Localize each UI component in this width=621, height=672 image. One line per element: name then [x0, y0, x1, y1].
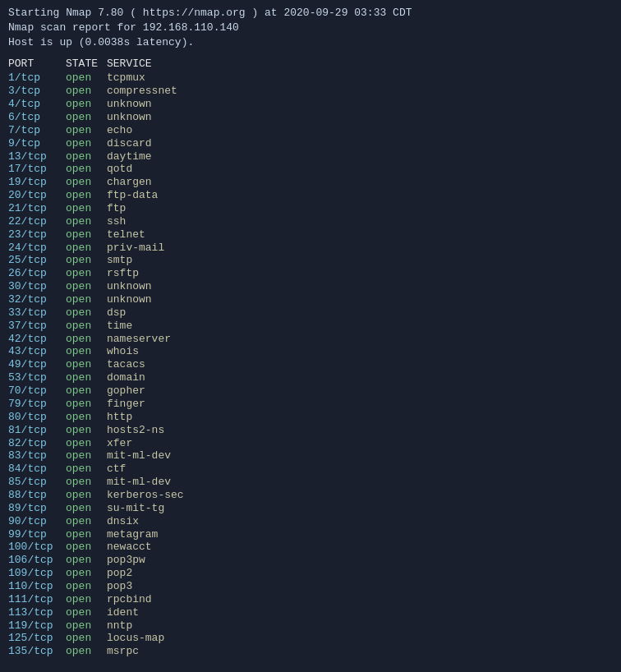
table-row: 20/tcpopenftp-data	[8, 189, 613, 202]
table-row: 113/tcpopenident	[8, 606, 613, 619]
table-row: 110/tcpopenpop3	[8, 580, 613, 593]
table-row: 32/tcpopenunknown	[8, 293, 613, 306]
port-value: 30/tcp	[8, 280, 66, 293]
port-value: 106/tcp	[8, 554, 66, 567]
table-row: 89/tcpopensu-mit-tg	[8, 502, 613, 515]
service-value: unknown	[107, 280, 152, 293]
service-value: locus-map	[107, 632, 164, 645]
service-value: pop2	[107, 567, 132, 580]
port-value: 70/tcp	[8, 384, 66, 398]
table-row: 43/tcpopenwhois	[8, 345, 613, 358]
service-value: pop3pw	[107, 554, 145, 567]
service-value: dnsix	[107, 515, 139, 528]
table-header-row: PORT STATE SERVICE	[8, 58, 613, 71]
state-value: open	[66, 254, 107, 267]
port-value: 89/tcp	[8, 502, 66, 515]
service-value: priv-mail	[107, 242, 164, 255]
service-value: rpcbind	[107, 593, 152, 606]
state-value: open	[66, 489, 107, 502]
table-row: 17/tcpopenqotd	[8, 163, 613, 176]
state-value: open	[66, 449, 107, 463]
port-value: 82/tcp	[8, 437, 66, 450]
service-value: metagram	[107, 528, 158, 541]
port-value: 4/tcp	[8, 98, 66, 111]
state-value: open	[66, 280, 107, 293]
port-value: 80/tcp	[8, 411, 66, 424]
port-value: 25/tcp	[8, 254, 66, 267]
state-value: open	[66, 215, 107, 228]
port-value: 113/tcp	[8, 606, 66, 619]
service-value: whois	[107, 345, 139, 358]
port-value: 9/tcp	[8, 137, 66, 150]
port-value: 135/tcp	[8, 645, 66, 658]
service-value: tacacs	[107, 358, 145, 371]
port-value: 42/tcp	[8, 333, 66, 346]
port-value: 7/tcp	[8, 124, 66, 137]
port-value: 110/tcp	[8, 580, 66, 593]
table-row: 84/tcpopenctf	[8, 463, 613, 476]
service-value: compressnet	[107, 85, 177, 98]
state-value: open	[66, 98, 107, 111]
service-value: mit-ml-dev	[107, 449, 171, 463]
service-value: nntp	[107, 619, 132, 633]
port-value: 79/tcp	[8, 398, 66, 411]
col-header-service: SERVICE	[107, 58, 152, 71]
service-value: hosts2-ns	[107, 424, 164, 437]
header-line: Nmap scan report for 192.168.110.140	[8, 21, 613, 35]
table-row: 79/tcpopenfinger	[8, 398, 613, 411]
table-row: 4/tcpopenunknown	[8, 98, 613, 111]
service-value: telnet	[107, 228, 145, 242]
state-value: open	[66, 358, 107, 371]
port-value: 125/tcp	[8, 632, 66, 645]
port-value: 21/tcp	[8, 202, 66, 215]
state-value: open	[66, 606, 107, 619]
state-value: open	[66, 333, 107, 346]
state-value: open	[66, 411, 107, 424]
state-value: open	[66, 124, 107, 137]
nmap-header: Starting Nmap 7.80 ( https://nmap.org ) …	[8, 7, 613, 49]
table-row: 125/tcpopenlocus-map	[8, 632, 613, 645]
state-value: open	[66, 242, 107, 255]
state-value: open	[66, 476, 107, 489]
port-value: 85/tcp	[8, 476, 66, 489]
table-row: 83/tcpopenmit-ml-dev	[8, 449, 613, 463]
port-value: 109/tcp	[8, 567, 66, 580]
table-row: 22/tcpopenssh	[8, 215, 613, 228]
state-value: open	[66, 463, 107, 476]
port-value: 37/tcp	[8, 320, 66, 333]
terminal-output: Starting Nmap 7.80 ( https://nmap.org ) …	[0, 0, 621, 665]
state-value: open	[66, 541, 107, 554]
port-value: 22/tcp	[8, 215, 66, 228]
port-rows-container: 1/tcpopentcpmux3/tcpopencompressnet4/tcp…	[8, 71, 613, 658]
table-row: 21/tcpopenftp	[8, 202, 613, 215]
port-value: 99/tcp	[8, 528, 66, 541]
table-row: 109/tcpopenpop2	[8, 567, 613, 580]
table-row: 13/tcpopendaytime	[8, 150, 613, 163]
state-value: open	[66, 267, 107, 280]
state-value: open	[66, 111, 107, 124]
port-value: 53/tcp	[8, 371, 66, 384]
service-value: qotd	[107, 163, 132, 176]
service-value: ctf	[107, 463, 126, 476]
state-value: open	[66, 306, 107, 320]
state-value: open	[66, 176, 107, 189]
state-value: open	[66, 371, 107, 384]
table-row: 33/tcpopendsp	[8, 306, 613, 320]
port-table: PORT STATE SERVICE 1/tcpopentcpmux3/tcpo…	[8, 58, 613, 659]
table-row: 70/tcpopengopher	[8, 384, 613, 398]
port-value: 88/tcp	[8, 489, 66, 502]
port-value: 32/tcp	[8, 293, 66, 306]
service-value: discard	[107, 137, 152, 150]
state-value: open	[66, 554, 107, 567]
state-value: open	[66, 398, 107, 411]
port-value: 13/tcp	[8, 150, 66, 163]
table-row: 100/tcpopennewacct	[8, 541, 613, 554]
service-value: gopher	[107, 384, 145, 398]
state-value: open	[66, 71, 107, 85]
service-value: tcpmux	[107, 71, 145, 85]
state-value: open	[66, 502, 107, 515]
port-value: 84/tcp	[8, 463, 66, 476]
table-row: 90/tcpopendnsix	[8, 515, 613, 528]
state-value: open	[66, 619, 107, 633]
state-value: open	[66, 137, 107, 150]
